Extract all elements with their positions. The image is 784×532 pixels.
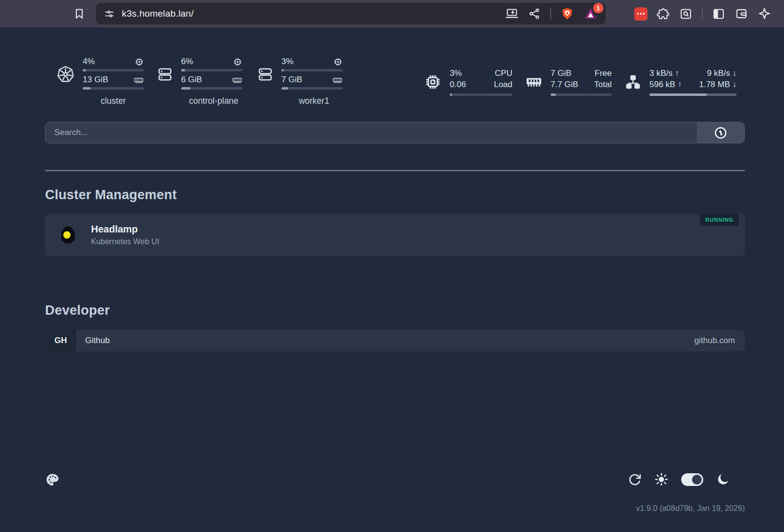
refresh-icon — [628, 473, 642, 486]
address-bar[interactable]: k3s.homelab.lan/ 1 — [96, 3, 606, 24]
share-icon[interactable] — [528, 7, 541, 20]
bookmark-row-github[interactable]: GH Github github.com — [45, 330, 745, 351]
dashboard-page: 4% 13 GiB cluster 6% 6 GiB — [0, 28, 784, 532]
cpu-label: CPU — [494, 68, 512, 79]
light-mode-icon[interactable] — [654, 472, 669, 486]
node-cpu-bar — [83, 69, 144, 71]
sun-icon — [654, 472, 669, 486]
node-widget-cluster: 4% 13 GiB cluster — [56, 56, 144, 107]
memory-usage-bar — [551, 93, 612, 96]
tune-icon[interactable] — [104, 8, 115, 20]
duckduckgo-icon — [714, 126, 727, 139]
app-description: Kubernetes Web UI — [91, 237, 159, 246]
toolbar-separator — [702, 8, 703, 20]
network-up-rate: 3 kB/s ↑ — [649, 68, 692, 79]
node-mem-bar — [83, 87, 144, 90]
memory-icon — [332, 75, 343, 85]
bookmark-name: Github — [85, 336, 110, 346]
moon-icon — [716, 472, 730, 486]
system-memory-widget: 7 GiBFree 7.7 GiBTotal — [525, 56, 612, 107]
toggle-knob — [692, 475, 702, 485]
pill-separator — [550, 8, 551, 20]
system-cpu-widget: 3%CPU 0.06Load — [424, 56, 512, 107]
cpu-icon — [135, 57, 144, 67]
node-mem-value: 6 GiB — [181, 75, 202, 85]
memory-icon — [134, 75, 144, 85]
palette-icon — [45, 472, 60, 487]
load-label: Load — [494, 79, 512, 90]
section-title-cluster-management: Cluster Management — [45, 187, 745, 203]
app-name: Headlamp — [91, 224, 159, 235]
cpu-load: 0.06 — [450, 79, 487, 90]
search-input[interactable] — [46, 122, 697, 143]
stats-row: 4% 13 GiB cluster 6% 6 GiB — [45, 56, 745, 107]
browser-toolbar: k3s.homelab.lan/ 1 — [0, 0, 784, 28]
theme-toggle[interactable] — [681, 473, 703, 486]
theme-palette-button[interactable] — [45, 472, 60, 489]
network-icon — [624, 73, 642, 91]
onepassword-extension-icon[interactable] — [634, 7, 647, 21]
status-badge: RUNNING — [700, 214, 739, 226]
dark-mode-icon[interactable] — [716, 472, 730, 486]
cpu-icon — [424, 73, 442, 91]
section-divider — [45, 170, 745, 171]
node-cpu-value: 4% — [83, 57, 95, 67]
network-ratio-bar — [649, 93, 737, 96]
headlamp-icon — [57, 224, 79, 246]
search-engine-button[interactable] — [697, 122, 744, 143]
cpu-usage-bar — [450, 93, 512, 96]
install-app-icon[interactable] — [505, 7, 519, 21]
network-down-rate: 9 kB/s ↓ — [699, 68, 737, 79]
brave-shield-icon[interactable] — [560, 7, 574, 21]
bookmark-abbr: GH — [45, 330, 76, 351]
node-cpu-value: 6% — [181, 57, 193, 67]
cpu-percent: 3% — [450, 68, 487, 79]
memory-icon — [525, 73, 543, 91]
server-icon — [257, 66, 274, 83]
network-down-total: 1.78 MB ↓ — [699, 79, 737, 90]
system-widgets: 3%CPU 0.06Load 7 GiBFree 7.7 GiBTotal — [424, 56, 737, 107]
cpu-icon — [233, 57, 242, 67]
kubernetes-icon — [56, 65, 75, 84]
node-cpu-bar — [181, 69, 242, 71]
brave-rewards-icon[interactable]: 1 — [583, 6, 598, 21]
rewards-notification-badge: 1 — [593, 3, 603, 13]
version-text: v1.9.0 (a08d79b, Jan 19, 2026) — [636, 504, 745, 513]
node-widget-control-plane: 6% 6 GiB control-plane — [157, 56, 244, 107]
cpu-icon — [333, 57, 343, 67]
node-widget-worker1: 3% 7 GiB worker1 — [257, 56, 345, 107]
leo-ai-sparkle-icon[interactable] — [758, 7, 771, 21]
search-tabs-icon[interactable] — [679, 7, 692, 21]
node-label: cluster — [83, 96, 144, 106]
sidebar-toggle-icon[interactable] — [712, 7, 725, 21]
node-label: worker1 — [283, 96, 345, 106]
refresh-button[interactable] — [628, 473, 642, 486]
network-up-total: 596 kB ↑ — [649, 79, 692, 90]
memory-total-value: 7.7 GiB — [551, 79, 587, 90]
memory-total-label: Total — [594, 79, 612, 90]
node-cpu-bar — [281, 69, 343, 71]
footer-controls — [628, 472, 730, 486]
node-mem-value: 13 GiB — [83, 75, 108, 85]
server-icon — [157, 66, 173, 83]
node-widgets: 4% 13 GiB cluster 6% 6 GiB — [56, 56, 345, 107]
url-text[interactable]: k3s.homelab.lan/ — [122, 8, 194, 19]
memory-free-value: 7 GiB — [551, 68, 587, 79]
node-label: control-plane — [183, 96, 244, 106]
node-mem-bar — [281, 87, 343, 90]
wallet-icon[interactable] — [735, 7, 748, 21]
node-mem-bar — [181, 87, 242, 90]
bookmark-icon[interactable] — [73, 7, 85, 20]
search-bar — [45, 122, 745, 143]
section-title-developer: Developer — [45, 303, 745, 318]
node-cpu-value: 3% — [281, 57, 294, 67]
node-mem-value: 7 GiB — [281, 75, 302, 85]
extensions-puzzle-icon[interactable] — [657, 7, 670, 21]
system-network-widget: 3 kB/s ↑9 kB/s ↓ 596 kB ↑1.78 MB ↓ — [624, 56, 737, 107]
memory-free-label: Free — [594, 68, 612, 79]
memory-icon — [232, 75, 242, 85]
bookmark-url: github.com — [694, 336, 745, 346]
app-card-headlamp[interactable]: Headlamp Kubernetes Web UI RUNNING — [45, 214, 745, 256]
